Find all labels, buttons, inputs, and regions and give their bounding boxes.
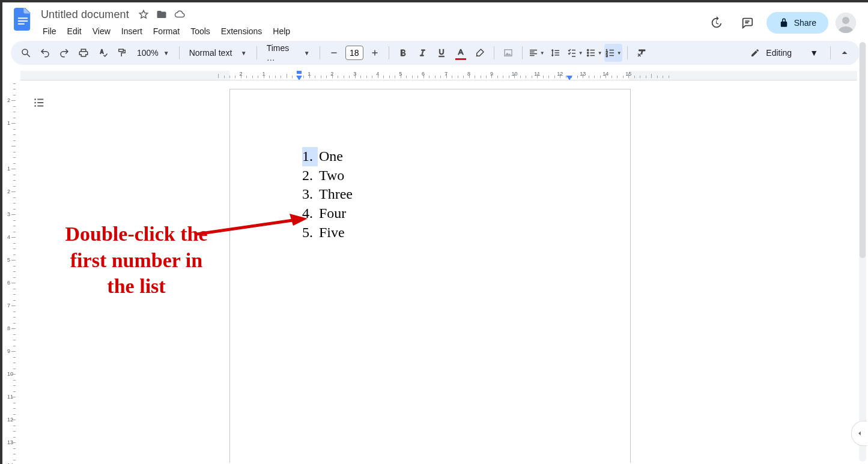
menu-edit[interactable]: Edit <box>63 24 86 38</box>
underline-icon[interactable] <box>432 44 451 62</box>
chevron-down-icon: ▼ <box>578 50 583 56</box>
document-outline-button[interactable] <box>29 92 49 113</box>
separator <box>256 46 257 59</box>
separator <box>389 46 389 59</box>
vertical-ruler[interactable]: 121234567891011121314 <box>6 81 17 463</box>
horizontal-ruler[interactable]: 12123456789101112131415 <box>20 71 857 80</box>
font-size-input[interactable] <box>345 46 363 60</box>
cloud-saved-icon[interactable] <box>174 8 186 20</box>
increase-font-icon[interactable] <box>366 44 384 62</box>
list-text[interactable]: Five <box>318 223 345 243</box>
list-item[interactable]: 3.Three <box>302 185 630 204</box>
editing-mode-combo[interactable]: Editing ▼ <box>743 48 825 58</box>
comments-icon[interactable] <box>735 11 759 35</box>
menu-insert[interactable]: Insert <box>117 24 147 38</box>
menu-help[interactable]: Help <box>269 24 294 38</box>
svg-point-13 <box>587 52 589 54</box>
paragraph-style-combo[interactable]: Normal text▼ <box>184 44 252 62</box>
svg-point-5 <box>22 49 28 55</box>
vertical-scrollbar[interactable] <box>859 42 866 462</box>
undo-icon[interactable] <box>36 44 54 62</box>
print-icon[interactable] <box>74 44 93 62</box>
chevron-down-icon: ▼ <box>810 48 818 58</box>
chevron-down-icon: ▼ <box>241 50 247 56</box>
menu-file[interactable]: File <box>38 24 61 38</box>
italic-icon[interactable] <box>413 44 431 62</box>
separator <box>320 46 320 59</box>
move-icon[interactable] <box>156 8 168 20</box>
svg-point-14 <box>587 55 589 56</box>
style-value: Normal text <box>189 48 232 58</box>
chevron-down-icon: ▼ <box>540 50 545 56</box>
document-page[interactable]: 1.One2.Two3.Three4.Four5.Five <box>229 89 631 463</box>
share-button[interactable]: Share <box>766 12 828 34</box>
font-value: Times … <box>267 43 299 62</box>
star-icon[interactable] <box>138 8 150 20</box>
editing-mode-label: Editing <box>766 48 792 58</box>
insert-image-icon[interactable] <box>499 44 517 62</box>
clear-format-icon[interactable] <box>633 44 651 62</box>
title-area: Untitled document FileEditViewInsertForm… <box>38 6 704 38</box>
paint-format-icon[interactable] <box>113 44 131 62</box>
spellcheck-icon[interactable] <box>94 44 112 62</box>
align-icon[interactable]: ▼ <box>527 44 545 62</box>
collapse-toolbar-icon[interactable] <box>836 44 854 62</box>
history-icon[interactable] <box>704 11 728 35</box>
scrollbar-thumb[interactable] <box>860 42 866 258</box>
svg-rect-2 <box>18 23 25 25</box>
line-spacing-icon[interactable] <box>547 44 565 62</box>
list-number[interactable]: 5. <box>302 223 318 243</box>
toolbar-wrap: 100%▼ Normal text▼ Times …▼ ▼ ▼ ▼ 123▼ E… <box>2 41 868 65</box>
list-item[interactable]: 1.One <box>302 147 630 166</box>
chevron-down-icon: ▼ <box>617 50 622 56</box>
checklist-icon[interactable]: ▼ <box>566 44 584 62</box>
separator <box>494 46 494 59</box>
bold-icon[interactable] <box>394 44 412 62</box>
font-combo[interactable]: Times …▼ <box>262 44 315 62</box>
list-item[interactable]: 2.Two <box>302 166 630 185</box>
list-item[interactable]: 4.Four <box>302 204 630 223</box>
avatar[interactable] <box>836 13 856 33</box>
doc-title[interactable]: Untitled document <box>38 7 132 22</box>
lock-icon <box>778 17 789 28</box>
menu-tools[interactable]: Tools <box>186 24 214 38</box>
list-item[interactable]: 5.Five <box>302 223 630 243</box>
menu-format[interactable]: Format <box>149 24 184 38</box>
decrease-font-icon[interactable] <box>325 44 343 62</box>
list-number[interactable]: 1. <box>302 147 318 166</box>
separator <box>830 46 831 59</box>
document-body[interactable]: 1.One2.Two3.Three4.Four5.Five <box>230 89 630 242</box>
separator <box>179 46 180 59</box>
svg-point-4 <box>842 17 849 24</box>
list-number[interactable]: 3. <box>302 185 318 204</box>
bulleted-list-icon[interactable]: ▼ <box>585 44 603 62</box>
svg-rect-0 <box>18 17 28 19</box>
share-label: Share <box>794 18 816 28</box>
numbered-list-icon[interactable]: 123▼ <box>604 44 622 62</box>
list-text[interactable]: One <box>318 147 343 166</box>
list-text[interactable]: Three <box>318 185 353 204</box>
document-canvas: 1.One2.Two3.Three4.Four5.Five <box>20 81 857 463</box>
svg-point-18 <box>34 98 36 100</box>
chevron-down-icon: ▼ <box>598 50 602 56</box>
zoom-combo[interactable]: 100%▼ <box>132 44 174 62</box>
redo-icon[interactable] <box>55 44 73 62</box>
menu-view[interactable]: View <box>88 24 115 38</box>
list-text[interactable]: Four <box>318 204 346 223</box>
list-text[interactable]: Two <box>318 166 344 185</box>
svg-point-19 <box>34 102 36 104</box>
svg-text:3: 3 <box>605 54 608 58</box>
list-number[interactable]: 4. <box>302 204 318 223</box>
app-header: Untitled document FileEditViewInsertForm… <box>2 2 868 41</box>
separator <box>522 46 523 59</box>
docs-logo[interactable] <box>11 7 35 31</box>
menu-extensions[interactable]: Extensions <box>217 24 266 38</box>
svg-point-20 <box>34 105 36 107</box>
search-icon[interactable] <box>17 44 35 62</box>
pencil-icon <box>750 48 760 58</box>
header-right: Share <box>704 6 860 35</box>
highlight-icon[interactable] <box>471 44 489 62</box>
list-number[interactable]: 2. <box>302 166 318 185</box>
chevron-down-icon: ▼ <box>163 50 169 56</box>
text-color-icon[interactable] <box>452 44 470 62</box>
